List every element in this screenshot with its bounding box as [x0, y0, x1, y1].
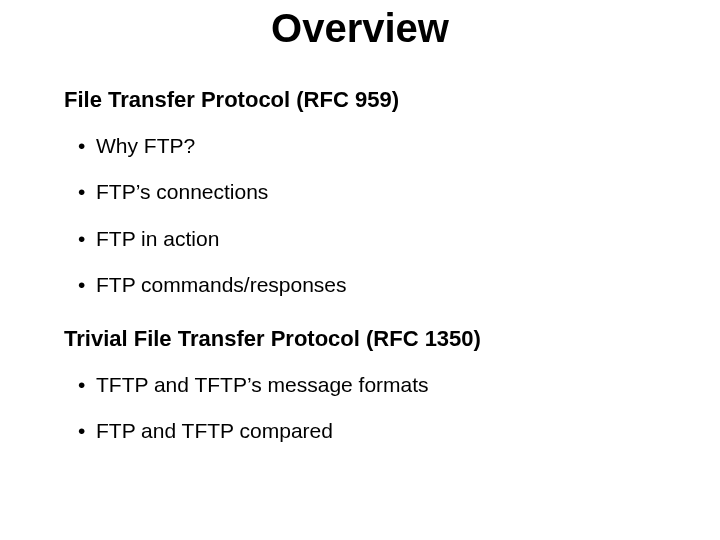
bullet-list: Why FTP? FTP’s connections FTP in action…	[64, 133, 680, 298]
bullet-item: FTP’s connections	[96, 179, 680, 205]
bullet-item: FTP in action	[96, 226, 680, 252]
bullet-item: TFTP and TFTP’s message formats	[96, 372, 680, 398]
section-heading: File Transfer Protocol (RFC 959)	[64, 87, 680, 113]
bullet-item: Why FTP?	[96, 133, 680, 159]
slide: Overview File Transfer Protocol (RFC 959…	[0, 0, 720, 540]
section-heading: Trivial File Transfer Protocol (RFC 1350…	[64, 326, 680, 352]
slide-title: Overview	[0, 0, 720, 51]
bullet-item: FTP and TFTP compared	[96, 418, 680, 444]
bullet-list: TFTP and TFTP’s message formats FTP and …	[64, 372, 680, 445]
slide-content: File Transfer Protocol (RFC 959) Why FTP…	[0, 87, 720, 445]
bullet-item: FTP commands/responses	[96, 272, 680, 298]
